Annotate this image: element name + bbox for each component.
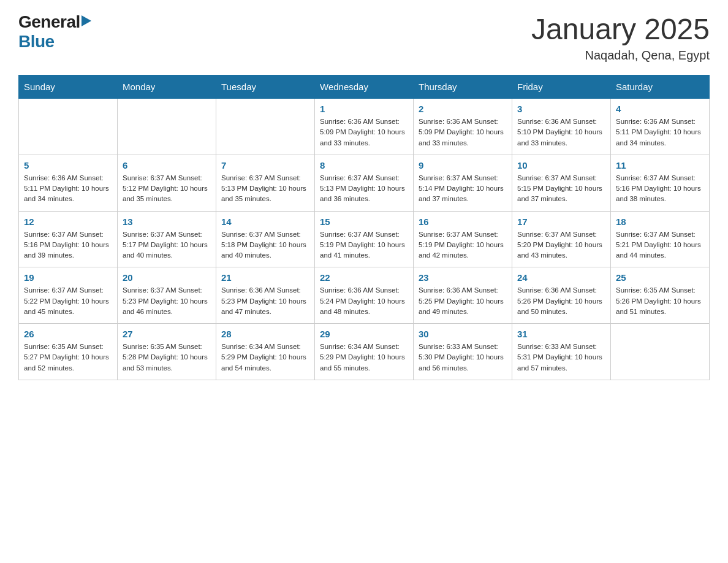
cell-sun-info: Sunrise: 6:37 AM Sunset: 5:19 PM Dayligh… [320, 229, 408, 261]
cell-sun-info: Sunrise: 6:36 AM Sunset: 5:09 PM Dayligh… [320, 117, 408, 148]
calendar-day-header-saturday: Saturday [611, 75, 710, 99]
cell-sun-info: Sunrise: 6:37 AM Sunset: 5:22 PM Dayligh… [24, 285, 112, 317]
cell-sun-info: Sunrise: 6:37 AM Sunset: 5:15 PM Dayligh… [517, 173, 605, 205]
cell-day-number: 11 [616, 160, 704, 170]
calendar-cell: 2Sunrise: 6:36 AM Sunset: 5:09 PM Daylig… [414, 99, 512, 155]
calendar-cell: 9Sunrise: 6:37 AM Sunset: 5:14 PM Daylig… [414, 155, 512, 211]
cell-day-number: 14 [221, 216, 309, 227]
cell-sun-info: Sunrise: 6:33 AM Sunset: 5:30 PM Dayligh… [419, 342, 507, 373]
calendar-day-header-monday: Monday [118, 75, 216, 99]
cell-day-number: 12 [24, 216, 112, 227]
cell-sun-info: Sunrise: 6:34 AM Sunset: 5:29 PM Dayligh… [320, 342, 408, 373]
cell-sun-info: Sunrise: 6:37 AM Sunset: 5:13 PM Dayligh… [320, 173, 408, 205]
logo-triangle-icon [82, 15, 91, 26]
calendar-cell: 4Sunrise: 6:36 AM Sunset: 5:11 PM Daylig… [611, 99, 710, 155]
cell-day-number: 26 [24, 329, 112, 339]
calendar-header-row: SundayMondayTuesdayWednesdayThursdayFrid… [19, 75, 710, 99]
calendar-cell: 31Sunrise: 6:33 AM Sunset: 5:31 PM Dayli… [512, 324, 611, 380]
cell-sun-info: Sunrise: 6:36 AM Sunset: 5:23 PM Dayligh… [221, 285, 309, 317]
cell-sun-info: Sunrise: 6:36 AM Sunset: 5:24 PM Dayligh… [320, 285, 408, 317]
calendar-cell: 28Sunrise: 6:34 AM Sunset: 5:29 PM Dayli… [216, 324, 315, 380]
cell-sun-info: Sunrise: 6:37 AM Sunset: 5:18 PM Dayligh… [221, 229, 309, 261]
cell-sun-info: Sunrise: 6:34 AM Sunset: 5:29 PM Dayligh… [221, 342, 309, 373]
location-title: Naqadah, Qena, Egypt [531, 48, 710, 63]
calendar-week-row: 1Sunrise: 6:36 AM Sunset: 5:09 PM Daylig… [19, 99, 710, 155]
cell-day-number: 21 [221, 272, 309, 283]
calendar-cell: 8Sunrise: 6:37 AM Sunset: 5:13 PM Daylig… [315, 155, 414, 211]
calendar-week-row: 26Sunrise: 6:35 AM Sunset: 5:27 PM Dayli… [19, 324, 710, 380]
cell-day-number: 18 [616, 216, 704, 227]
cell-day-number: 16 [419, 216, 507, 227]
calendar-cell: 24Sunrise: 6:36 AM Sunset: 5:26 PM Dayli… [512, 267, 611, 324]
calendar-cell: 12Sunrise: 6:37 AM Sunset: 5:16 PM Dayli… [19, 211, 118, 267]
calendar-cell: 22Sunrise: 6:36 AM Sunset: 5:24 PM Dayli… [315, 267, 414, 324]
calendar-cell: 18Sunrise: 6:37 AM Sunset: 5:21 PM Dayli… [611, 211, 710, 267]
calendar-cell: 1Sunrise: 6:36 AM Sunset: 5:09 PM Daylig… [315, 99, 414, 155]
cell-day-number: 7 [221, 160, 309, 170]
calendar-cell: 26Sunrise: 6:35 AM Sunset: 5:27 PM Dayli… [19, 324, 118, 380]
cell-sun-info: Sunrise: 6:36 AM Sunset: 5:11 PM Dayligh… [24, 173, 112, 205]
cell-sun-info: Sunrise: 6:37 AM Sunset: 5:16 PM Dayligh… [616, 173, 704, 205]
logo-blue-text: Blue [18, 32, 55, 51]
cell-sun-info: Sunrise: 6:35 AM Sunset: 5:27 PM Dayligh… [24, 342, 112, 373]
cell-sun-info: Sunrise: 6:35 AM Sunset: 5:26 PM Dayligh… [616, 285, 704, 317]
cell-day-number: 17 [517, 216, 605, 227]
calendar-cell [118, 99, 216, 155]
logo-general-text: General [18, 12, 80, 32]
calendar-cell: 21Sunrise: 6:36 AM Sunset: 5:23 PM Dayli… [216, 267, 315, 324]
calendar-cell: 11Sunrise: 6:37 AM Sunset: 5:16 PM Dayli… [611, 155, 710, 211]
calendar-cell: 25Sunrise: 6:35 AM Sunset: 5:26 PM Dayli… [611, 267, 710, 324]
calendar-cell: 20Sunrise: 6:37 AM Sunset: 5:23 PM Dayli… [118, 267, 216, 324]
calendar-cell: 3Sunrise: 6:36 AM Sunset: 5:10 PM Daylig… [512, 99, 611, 155]
calendar-week-row: 19Sunrise: 6:37 AM Sunset: 5:22 PM Dayli… [19, 267, 710, 324]
cell-day-number: 5 [24, 160, 112, 170]
cell-sun-info: Sunrise: 6:37 AM Sunset: 5:19 PM Dayligh… [419, 229, 507, 261]
calendar-week-row: 5Sunrise: 6:36 AM Sunset: 5:11 PM Daylig… [19, 155, 710, 211]
cell-day-number: 2 [419, 104, 507, 114]
calendar-cell: 10Sunrise: 6:37 AM Sunset: 5:15 PM Dayli… [512, 155, 611, 211]
cell-sun-info: Sunrise: 6:37 AM Sunset: 5:20 PM Dayligh… [517, 229, 605, 261]
calendar-cell: 19Sunrise: 6:37 AM Sunset: 5:22 PM Dayli… [19, 267, 118, 324]
cell-day-number: 20 [123, 272, 211, 283]
calendar-cell: 6Sunrise: 6:37 AM Sunset: 5:12 PM Daylig… [118, 155, 216, 211]
calendar-cell [216, 99, 315, 155]
cell-day-number: 15 [320, 216, 408, 227]
calendar-cell: 13Sunrise: 6:37 AM Sunset: 5:17 PM Dayli… [118, 211, 216, 267]
cell-sun-info: Sunrise: 6:37 AM Sunset: 5:17 PM Dayligh… [123, 229, 211, 261]
calendar-cell [19, 99, 118, 155]
page-header: General Blue January 2025 Naqadah, Qena,… [18, 12, 710, 63]
calendar-table: SundayMondayTuesdayWednesdayThursdayFrid… [18, 75, 710, 380]
cell-day-number: 4 [616, 104, 704, 114]
cell-sun-info: Sunrise: 6:36 AM Sunset: 5:25 PM Dayligh… [419, 285, 507, 317]
calendar-cell: 17Sunrise: 6:37 AM Sunset: 5:20 PM Dayli… [512, 211, 611, 267]
cell-day-number: 22 [320, 272, 408, 283]
cell-day-number: 6 [123, 160, 211, 170]
cell-sun-info: Sunrise: 6:37 AM Sunset: 5:12 PM Dayligh… [123, 173, 211, 205]
cell-day-number: 25 [616, 272, 704, 283]
cell-sun-info: Sunrise: 6:37 AM Sunset: 5:16 PM Dayligh… [24, 229, 112, 261]
calendar-day-header-friday: Friday [512, 75, 611, 99]
calendar-cell: 27Sunrise: 6:35 AM Sunset: 5:28 PM Dayli… [118, 324, 216, 380]
cell-day-number: 9 [419, 160, 507, 170]
cell-day-number: 1 [320, 104, 408, 114]
cell-day-number: 30 [419, 329, 507, 339]
cell-day-number: 23 [419, 272, 507, 283]
calendar-cell: 15Sunrise: 6:37 AM Sunset: 5:19 PM Dayli… [315, 211, 414, 267]
calendar-day-header-wednesday: Wednesday [315, 75, 414, 99]
cell-day-number: 3 [517, 104, 605, 114]
calendar-cell: 16Sunrise: 6:37 AM Sunset: 5:19 PM Dayli… [414, 211, 512, 267]
cell-day-number: 24 [517, 272, 605, 283]
calendar-day-header-thursday: Thursday [414, 75, 512, 99]
cell-day-number: 27 [123, 329, 211, 339]
cell-day-number: 10 [517, 160, 605, 170]
cell-day-number: 29 [320, 329, 408, 339]
calendar-cell: 23Sunrise: 6:36 AM Sunset: 5:25 PM Dayli… [414, 267, 512, 324]
cell-day-number: 13 [123, 216, 211, 227]
calendar-day-header-sunday: Sunday [19, 75, 118, 99]
cell-sun-info: Sunrise: 6:33 AM Sunset: 5:31 PM Dayligh… [517, 342, 605, 373]
cell-sun-info: Sunrise: 6:36 AM Sunset: 5:11 PM Dayligh… [616, 117, 704, 148]
cell-sun-info: Sunrise: 6:37 AM Sunset: 5:14 PM Dayligh… [419, 173, 507, 205]
cell-day-number: 31 [517, 329, 605, 339]
cell-sun-info: Sunrise: 6:37 AM Sunset: 5:13 PM Dayligh… [221, 173, 309, 205]
calendar-cell: 29Sunrise: 6:34 AM Sunset: 5:29 PM Dayli… [315, 324, 414, 380]
